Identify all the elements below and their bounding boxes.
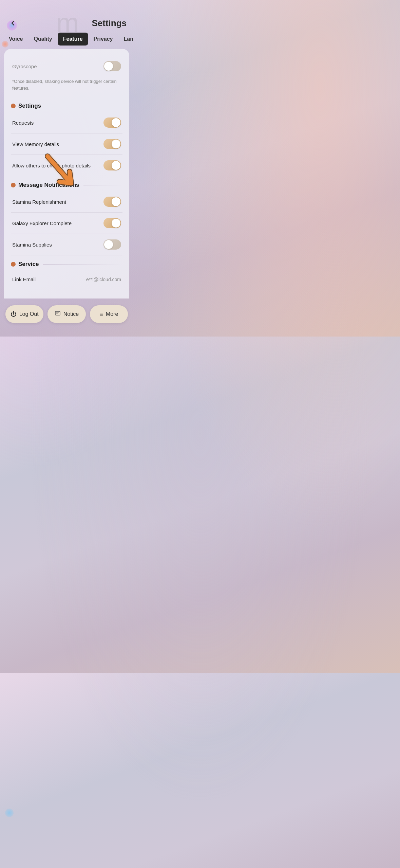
bottom-bar: ⏻ Log Out Notice ≡ More: [0, 299, 133, 337]
stamina-supplies-row: Stamina Supplies: [4, 234, 129, 255]
service-section-header: Service: [4, 255, 129, 270]
view-memory-row: View Memory details: [4, 133, 129, 155]
stamina-supplies-toggle[interactable]: [103, 239, 121, 250]
tab-language[interactable]: Languag…: [118, 33, 133, 46]
galaxy-explorer-toggle[interactable]: [103, 218, 121, 228]
notifications-section-dot: [11, 183, 16, 187]
page-title: Settings: [92, 18, 127, 29]
gyroscope-label: Gyroscope: [12, 64, 37, 69]
settings-section-line: [45, 106, 122, 106]
view-memory-knob: [112, 140, 120, 148]
galaxy-explorer-row: Galaxy Explorer Complete: [4, 213, 129, 234]
stamina-replenishment-toggle[interactable]: [103, 197, 121, 207]
log-out-button[interactable]: ⏻ Log Out: [5, 305, 43, 323]
view-memory-toggle[interactable]: [103, 139, 121, 149]
log-out-icon: ⏻: [11, 311, 17, 318]
stamina-replenishment-knob: [112, 197, 120, 206]
settings-section-title: Settings: [18, 103, 41, 109]
notice-label: Notice: [63, 311, 79, 317]
back-button[interactable]: [7, 17, 19, 29]
more-label: More: [106, 311, 118, 317]
settings-section-header: Settings: [4, 97, 129, 112]
stamina-replenishment-label: Stamina Replenishment: [12, 199, 66, 205]
requests-label: Requests: [12, 120, 34, 126]
tab-privacy[interactable]: Privacy: [88, 33, 118, 46]
service-section-dot: [11, 262, 16, 267]
allow-photo-toggle[interactable]: [103, 160, 121, 170]
gyroscope-toggle[interactable]: [103, 61, 121, 71]
galaxy-explorer-label: Galaxy Explorer Complete: [12, 220, 72, 226]
more-button[interactable]: ≡ More: [90, 305, 128, 323]
tab-voice[interactable]: Voice: [3, 33, 28, 46]
requests-toggle[interactable]: [103, 117, 121, 128]
link-email-value: e**i@icloud.com: [86, 277, 121, 282]
log-out-label: Log Out: [19, 311, 39, 317]
service-section-line: [43, 264, 123, 265]
stamina-supplies-label: Stamina Supplies: [12, 242, 52, 248]
notifications-section-title: Message Notifications: [18, 182, 79, 188]
link-email-label: Link Email: [12, 276, 36, 282]
main-panel: Gyroscope *Once disabled, shaking device…: [4, 49, 129, 299]
notifications-section-line: [83, 185, 123, 185]
galaxy-explorer-knob: [112, 219, 120, 228]
view-memory-label: View Memory details: [12, 141, 59, 147]
header: m Settings: [0, 0, 133, 33]
tab-feature[interactable]: Feature: [58, 33, 88, 46]
stamina-replenishment-row: Stamina Replenishment: [4, 191, 129, 212]
gyroscope-row: Gyroscope: [4, 56, 129, 77]
stamina-supplies-knob: [104, 240, 113, 249]
notice-icon: [55, 310, 61, 318]
requests-knob: [112, 118, 120, 127]
tab-quality[interactable]: Quality: [28, 33, 58, 46]
allow-photo-knob: [112, 161, 120, 170]
svg-rect-10: [55, 311, 60, 315]
allow-photo-label: Allow others to check photo details: [12, 163, 91, 168]
notifications-section-header: Message Notifications: [4, 176, 129, 191]
tab-bar: Voice Quality Feature Privacy Languag…: [0, 33, 133, 46]
notice-button[interactable]: Notice: [47, 305, 85, 323]
settings-section-dot: [11, 104, 16, 108]
gyroscope-knob: [104, 62, 113, 71]
link-email-row: Link Email e**i@icloud.com: [4, 270, 129, 288]
gyroscope-note: *Once disabled, shaking device will not …: [4, 77, 129, 97]
requests-row: Requests: [4, 112, 129, 133]
allow-photo-row: Allow others to check photo details: [4, 155, 129, 176]
more-icon: ≡: [99, 311, 103, 318]
service-section-title: Service: [18, 261, 39, 268]
